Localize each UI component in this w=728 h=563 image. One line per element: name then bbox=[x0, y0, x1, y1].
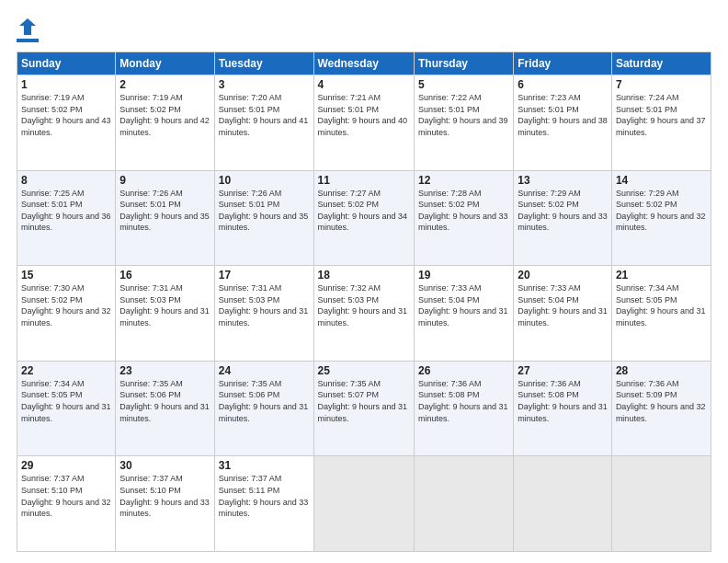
day-number: 28 bbox=[616, 364, 707, 377]
header-thursday: Thursday bbox=[414, 52, 513, 75]
day-number: 4 bbox=[318, 78, 410, 91]
day-info: Sunrise: 7:20 AMSunset: 5:01 PMDaylight:… bbox=[219, 92, 310, 138]
day-number: 19 bbox=[418, 269, 509, 282]
day-info: Sunrise: 7:33 AMSunset: 5:04 PMDaylight:… bbox=[418, 282, 509, 328]
day-number: 9 bbox=[119, 174, 210, 187]
day-number: 12 bbox=[418, 174, 509, 187]
day-info: Sunrise: 7:28 AMSunset: 5:02 PMDaylight:… bbox=[418, 188, 509, 234]
day-number: 1 bbox=[21, 78, 111, 91]
day-number: 10 bbox=[219, 174, 310, 187]
day-info: Sunrise: 7:26 AMSunset: 5:01 PMDaylight:… bbox=[219, 188, 310, 234]
calendar-cell: 4Sunrise: 7:21 AMSunset: 5:01 PMDaylight… bbox=[313, 75, 414, 171]
calendar-cell: 29Sunrise: 7:37 AMSunset: 5:10 PMDayligh… bbox=[17, 456, 116, 552]
day-number: 14 bbox=[616, 174, 707, 187]
calendar-cell: 30Sunrise: 7:37 AMSunset: 5:10 PMDayligh… bbox=[116, 456, 214, 552]
day-info: Sunrise: 7:24 AMSunset: 5:01 PMDaylight:… bbox=[616, 92, 707, 138]
calendar-week-row: 8Sunrise: 7:25 AMSunset: 5:01 PMDaylight… bbox=[17, 170, 711, 266]
day-info: Sunrise: 7:35 AMSunset: 5:06 PMDaylight:… bbox=[219, 378, 310, 424]
calendar-cell: 12Sunrise: 7:28 AMSunset: 5:02 PMDayligh… bbox=[414, 170, 513, 266]
day-info: Sunrise: 7:30 AMSunset: 5:02 PMDaylight:… bbox=[21, 282, 111, 328]
day-number: 8 bbox=[21, 174, 111, 187]
day-number: 11 bbox=[318, 174, 410, 187]
calendar-cell: 26Sunrise: 7:36 AMSunset: 5:08 PMDayligh… bbox=[414, 361, 513, 456]
day-number: 29 bbox=[21, 459, 111, 472]
svg-marker-0 bbox=[19, 18, 36, 35]
day-info: Sunrise: 7:19 AMSunset: 5:02 PMDaylight:… bbox=[21, 92, 111, 138]
day-info: Sunrise: 7:36 AMSunset: 5:08 PMDaylight:… bbox=[418, 378, 509, 424]
calendar-cell: 10Sunrise: 7:26 AMSunset: 5:01 PMDayligh… bbox=[214, 170, 313, 266]
calendar-table: Sunday Monday Tuesday Wednesday Thursday… bbox=[17, 52, 711, 552]
calendar-cell: 5Sunrise: 7:22 AMSunset: 5:01 PMDaylight… bbox=[414, 75, 513, 171]
calendar-cell: 19Sunrise: 7:33 AMSunset: 5:04 PMDayligh… bbox=[414, 266, 513, 362]
logo-icon bbox=[17, 17, 38, 37]
calendar-cell: 8Sunrise: 7:25 AMSunset: 5:01 PMDaylight… bbox=[17, 170, 116, 266]
day-number: 23 bbox=[119, 364, 210, 377]
day-number: 7 bbox=[616, 78, 707, 91]
day-info: Sunrise: 7:21 AMSunset: 5:01 PMDaylight:… bbox=[318, 92, 410, 138]
header-friday: Friday bbox=[514, 52, 612, 75]
day-info: Sunrise: 7:34 AMSunset: 5:05 PMDaylight:… bbox=[616, 282, 707, 328]
calendar-cell: 18Sunrise: 7:32 AMSunset: 5:03 PMDayligh… bbox=[313, 266, 414, 362]
day-number: 15 bbox=[21, 269, 111, 282]
day-info: Sunrise: 7:19 AMSunset: 5:02 PMDaylight:… bbox=[119, 92, 210, 138]
calendar-cell: 14Sunrise: 7:29 AMSunset: 5:02 PMDayligh… bbox=[611, 170, 711, 266]
logo-underline bbox=[17, 39, 39, 42]
day-info: Sunrise: 7:25 AMSunset: 5:01 PMDaylight:… bbox=[21, 188, 111, 234]
day-info: Sunrise: 7:27 AMSunset: 5:02 PMDaylight:… bbox=[318, 188, 410, 234]
calendar-week-row: 22Sunrise: 7:34 AMSunset: 5:05 PMDayligh… bbox=[17, 361, 711, 456]
calendar-week-row: 1Sunrise: 7:19 AMSunset: 5:02 PMDaylight… bbox=[17, 75, 711, 171]
day-info: Sunrise: 7:29 AMSunset: 5:02 PMDaylight:… bbox=[518, 188, 608, 234]
calendar-cell: 13Sunrise: 7:29 AMSunset: 5:02 PMDayligh… bbox=[514, 170, 612, 266]
calendar-cell: 17Sunrise: 7:31 AMSunset: 5:03 PMDayligh… bbox=[214, 266, 313, 362]
weekday-header-row: Sunday Monday Tuesday Wednesday Thursday… bbox=[17, 52, 711, 75]
header-saturday: Saturday bbox=[611, 52, 711, 75]
day-number: 26 bbox=[418, 364, 509, 377]
calendar-cell: 21Sunrise: 7:34 AMSunset: 5:05 PMDayligh… bbox=[611, 266, 711, 362]
calendar-cell: 25Sunrise: 7:35 AMSunset: 5:07 PMDayligh… bbox=[313, 361, 414, 456]
day-info: Sunrise: 7:37 AMSunset: 5:10 PMDaylight:… bbox=[21, 473, 111, 519]
calendar-cell bbox=[414, 456, 513, 552]
calendar-cell: 16Sunrise: 7:31 AMSunset: 5:03 PMDayligh… bbox=[116, 266, 214, 362]
day-number: 16 bbox=[119, 269, 210, 282]
day-info: Sunrise: 7:37 AMSunset: 5:11 PMDaylight:… bbox=[219, 473, 310, 519]
day-number: 20 bbox=[518, 269, 608, 282]
header-wednesday: Wednesday bbox=[313, 52, 414, 75]
header-monday: Monday bbox=[116, 52, 214, 75]
day-info: Sunrise: 7:34 AMSunset: 5:05 PMDaylight:… bbox=[21, 378, 111, 424]
day-number: 27 bbox=[518, 364, 608, 377]
day-number: 21 bbox=[616, 269, 707, 282]
day-info: Sunrise: 7:32 AMSunset: 5:03 PMDaylight:… bbox=[318, 282, 410, 328]
day-info: Sunrise: 7:37 AMSunset: 5:10 PMDaylight:… bbox=[119, 473, 210, 519]
day-info: Sunrise: 7:33 AMSunset: 5:04 PMDaylight:… bbox=[518, 282, 608, 328]
calendar-cell: 7Sunrise: 7:24 AMSunset: 5:01 PMDaylight… bbox=[611, 75, 711, 171]
day-info: Sunrise: 7:31 AMSunset: 5:03 PMDaylight:… bbox=[119, 282, 210, 328]
calendar-cell: 1Sunrise: 7:19 AMSunset: 5:02 PMDaylight… bbox=[17, 75, 116, 171]
calendar-cell: 3Sunrise: 7:20 AMSunset: 5:01 PMDaylight… bbox=[214, 75, 313, 171]
calendar-cell bbox=[611, 456, 711, 552]
day-info: Sunrise: 7:31 AMSunset: 5:03 PMDaylight:… bbox=[219, 282, 310, 328]
day-info: Sunrise: 7:36 AMSunset: 5:09 PMDaylight:… bbox=[616, 378, 707, 424]
calendar-cell bbox=[514, 456, 612, 552]
calendar-cell: 24Sunrise: 7:35 AMSunset: 5:06 PMDayligh… bbox=[214, 361, 313, 456]
day-number: 2 bbox=[119, 78, 210, 91]
day-info: Sunrise: 7:29 AMSunset: 5:02 PMDaylight:… bbox=[616, 188, 707, 234]
day-info: Sunrise: 7:26 AMSunset: 5:01 PMDaylight:… bbox=[119, 188, 210, 234]
day-info: Sunrise: 7:23 AMSunset: 5:01 PMDaylight:… bbox=[518, 92, 608, 138]
calendar-cell: 11Sunrise: 7:27 AMSunset: 5:02 PMDayligh… bbox=[313, 170, 414, 266]
day-number: 6 bbox=[518, 78, 608, 91]
calendar-week-row: 15Sunrise: 7:30 AMSunset: 5:02 PMDayligh… bbox=[17, 266, 711, 362]
calendar-page: Sunday Monday Tuesday Wednesday Thursday… bbox=[0, 0, 728, 563]
day-number: 22 bbox=[21, 364, 111, 377]
calendar-cell: 2Sunrise: 7:19 AMSunset: 5:02 PMDaylight… bbox=[116, 75, 214, 171]
day-info: Sunrise: 7:35 AMSunset: 5:06 PMDaylight:… bbox=[119, 378, 210, 424]
day-number: 17 bbox=[219, 269, 310, 282]
calendar-cell: 23Sunrise: 7:35 AMSunset: 5:06 PMDayligh… bbox=[116, 361, 214, 456]
calendar-cell: 28Sunrise: 7:36 AMSunset: 5:09 PMDayligh… bbox=[611, 361, 711, 456]
day-number: 30 bbox=[119, 459, 210, 472]
calendar-cell: 22Sunrise: 7:34 AMSunset: 5:05 PMDayligh… bbox=[17, 361, 116, 456]
calendar-cell bbox=[313, 456, 414, 552]
day-number: 25 bbox=[318, 364, 410, 377]
page-header bbox=[17, 17, 711, 42]
day-number: 24 bbox=[219, 364, 310, 377]
calendar-cell: 27Sunrise: 7:36 AMSunset: 5:08 PMDayligh… bbox=[514, 361, 612, 456]
